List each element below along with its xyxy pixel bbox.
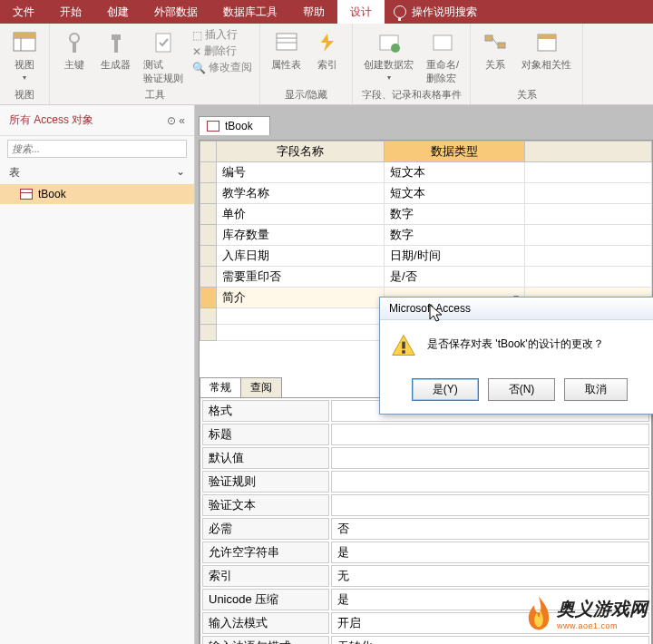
property-row[interactable]: 标题 xyxy=(202,424,649,445)
col-extra[interactable] xyxy=(525,141,652,162)
svg-point-13 xyxy=(391,44,400,53)
col-field-name[interactable]: 字段名称 xyxy=(217,141,385,162)
svg-rect-20 xyxy=(402,342,405,349)
indexes-button[interactable]: 索引 xyxy=(310,27,345,73)
dialog-title: Microsoft Access xyxy=(380,298,653,320)
tab-dbtools[interactable]: 数据库工具 xyxy=(210,0,290,24)
svg-point-4 xyxy=(70,34,79,43)
tab-lookup[interactable]: 查阅 xyxy=(240,377,282,397)
group-label-events: 字段、记录和表格事件 xyxy=(362,87,462,102)
bulb-icon xyxy=(394,5,406,18)
builder-button[interactable]: 生成器 xyxy=(97,27,134,73)
save-dialog: Microsoft Access 是否保存对表 'tBook'的设计的更改？ 是… xyxy=(379,297,653,415)
group-relations: 关系 对象相关性 关系 xyxy=(471,24,583,104)
svg-rect-15 xyxy=(485,35,492,41)
rename-macro-button[interactable]: 重命名/ 删除宏 xyxy=(423,27,463,87)
nav-search-input[interactable] xyxy=(7,140,187,158)
property-row[interactable]: 验证文本 xyxy=(202,494,649,516)
ribbon: 视图▾ 视图 主键 生成器 测试 验证规则 ⬚ 插入行 ✕ 删除行 🔍 修改查阅… xyxy=(0,24,653,105)
tab-general[interactable]: 常规 xyxy=(200,377,241,397)
svg-rect-19 xyxy=(538,34,556,39)
property-row[interactable]: 允许空字符串是 xyxy=(202,542,649,563)
svg-rect-3 xyxy=(14,33,35,38)
nav-collapse-icon[interactable]: ⊙ « xyxy=(167,114,185,127)
tab-design[interactable]: 设计 xyxy=(337,0,385,24)
dialog-message: 是否保存对表 'tBook'的设计的更改？ xyxy=(427,333,604,352)
nav-title[interactable]: 所有 Access 对象 ⊙ « xyxy=(0,105,194,136)
svg-line-17 xyxy=(492,38,498,45)
object-dependencies-button[interactable]: 对象相关性 xyxy=(518,27,575,73)
group-label-relations: 关系 xyxy=(517,87,537,102)
property-row[interactable]: 默认值 xyxy=(202,447,649,469)
ribbon-tabs: 文件 开始 创建 外部数据 数据库工具 帮助 设计 操作说明搜索 xyxy=(0,0,653,24)
insert-row-button[interactable]: ⬚ 插入行 xyxy=(192,27,252,43)
tell-me[interactable]: 操作说明搜索 xyxy=(385,0,486,24)
svg-rect-14 xyxy=(434,35,452,50)
svg-rect-9 xyxy=(277,34,297,50)
property-row[interactable]: 必需否 xyxy=(202,518,649,540)
svg-rect-5 xyxy=(73,42,76,53)
corner-cell[interactable] xyxy=(200,141,217,162)
group-label-showhide: 显示/隐藏 xyxy=(285,87,327,102)
tab-external[interactable]: 外部数据 xyxy=(141,0,210,24)
table-icon xyxy=(20,189,33,200)
property-row[interactable]: 验证规则 xyxy=(202,471,649,493)
document-tab-tbook[interactable]: tBook xyxy=(199,116,270,135)
tab-start[interactable]: 开始 xyxy=(47,0,94,24)
group-label-tools: 工具 xyxy=(145,87,165,102)
group-showhide: 属性表 索引 显示/隐藏 xyxy=(260,24,353,104)
table-row[interactable]: 单价数字 xyxy=(200,204,652,225)
group-events: 创建数据宏▾ 重命名/ 删除宏 字段、记录和表格事件 xyxy=(353,24,471,104)
primary-key-button[interactable]: 主键 xyxy=(57,27,92,73)
modify-lookup-button[interactable]: 🔍 修改查阅 xyxy=(192,60,252,75)
svg-rect-8 xyxy=(156,34,171,52)
table-row[interactable]: 库存数量数字 xyxy=(200,225,652,246)
relations-button[interactable]: 关系 xyxy=(478,27,512,73)
group-label-view: 视图 xyxy=(15,87,34,102)
tab-create[interactable]: 创建 xyxy=(94,0,141,24)
dialog-cancel-button[interactable]: 取消 xyxy=(564,378,628,401)
svg-rect-6 xyxy=(112,34,121,40)
delete-row-button[interactable]: ✕ 删除行 xyxy=(192,44,252,59)
navigation-pane: 所有 Access 对象 ⊙ « 表⌄ tBook xyxy=(0,105,195,644)
table-row[interactable]: 需要重印否是/否 xyxy=(200,267,652,288)
tab-help[interactable]: 帮助 xyxy=(290,0,337,24)
create-macro-button[interactable]: 创建数据宏▾ xyxy=(360,27,417,83)
nav-item-tbook[interactable]: tBook xyxy=(0,184,194,204)
svg-rect-7 xyxy=(114,40,118,53)
table-row[interactable]: 入库日期日期/时间 xyxy=(200,246,652,267)
svg-rect-21 xyxy=(402,350,405,354)
property-sheet-button[interactable]: 属性表 xyxy=(268,27,305,73)
tab-file[interactable]: 文件 xyxy=(0,0,47,24)
property-row[interactable]: 输入法语句模式无转化 xyxy=(202,636,649,644)
table-row[interactable]: 编号短文本 xyxy=(200,162,652,183)
nav-section-tables[interactable]: 表⌄ xyxy=(0,161,194,184)
warning-icon xyxy=(391,333,416,358)
property-row[interactable]: 索引无 xyxy=(202,565,649,587)
group-tools: 主键 生成器 测试 验证规则 ⬚ 插入行 ✕ 删除行 🔍 修改查阅 工具 xyxy=(50,24,260,104)
watermark: 奥义游戏网www.aoe1.com xyxy=(524,593,648,633)
flame-icon xyxy=(524,593,553,633)
table-icon xyxy=(207,121,219,132)
dialog-yes-button[interactable]: 是(Y) xyxy=(412,378,479,401)
table-row[interactable]: 教学名称短文本 xyxy=(200,183,652,204)
col-data-type[interactable]: 数据类型 xyxy=(385,141,525,162)
view-button[interactable]: 视图▾ xyxy=(7,27,42,83)
dialog-no-button[interactable]: 否(N) xyxy=(488,378,556,401)
group-view: 视图▾ 视图 xyxy=(0,24,50,104)
svg-rect-16 xyxy=(498,43,505,48)
test-validation-button[interactable]: 测试 验证规则 xyxy=(140,27,187,87)
